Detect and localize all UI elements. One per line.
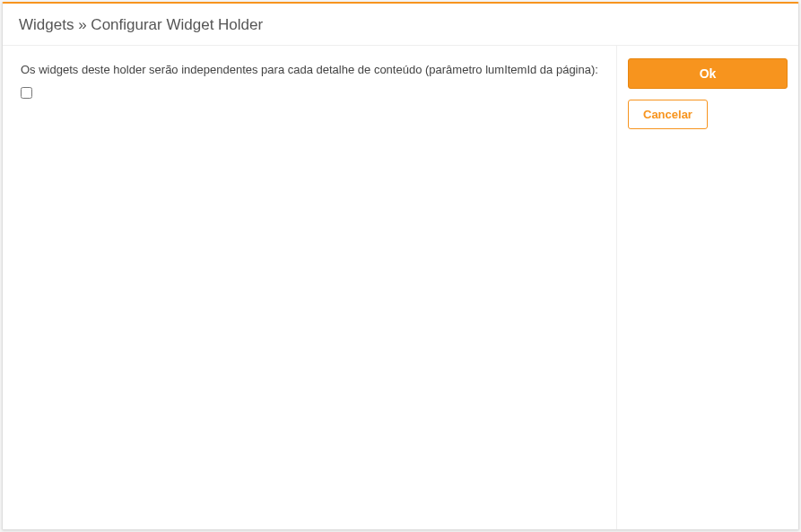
breadcrumb: Widgets » Configurar Widget Holder <box>19 16 782 34</box>
independent-widgets-field: Os widgets deste holder serão independen… <box>21 62 598 99</box>
breadcrumb-current: Configurar Widget Holder <box>91 16 263 33</box>
independent-widgets-label: Os widgets deste holder serão independen… <box>21 62 598 78</box>
cancel-button[interactable]: Cancelar <box>628 100 708 129</box>
dialog-body: Os widgets deste holder serão independen… <box>3 46 798 529</box>
dialog-header: Widgets » Configurar Widget Holder <box>3 4 798 46</box>
independent-widgets-checkbox[interactable] <box>21 87 32 99</box>
configure-widget-holder-dialog: Widgets » Configurar Widget Holder Os wi… <box>2 2 799 530</box>
ok-button[interactable]: Ok <box>628 58 788 89</box>
breadcrumb-separator: » <box>78 16 86 33</box>
side-panel: Ok Cancelar <box>617 46 798 529</box>
breadcrumb-root: Widgets <box>19 16 74 33</box>
main-panel: Os widgets deste holder serão independen… <box>3 46 617 529</box>
